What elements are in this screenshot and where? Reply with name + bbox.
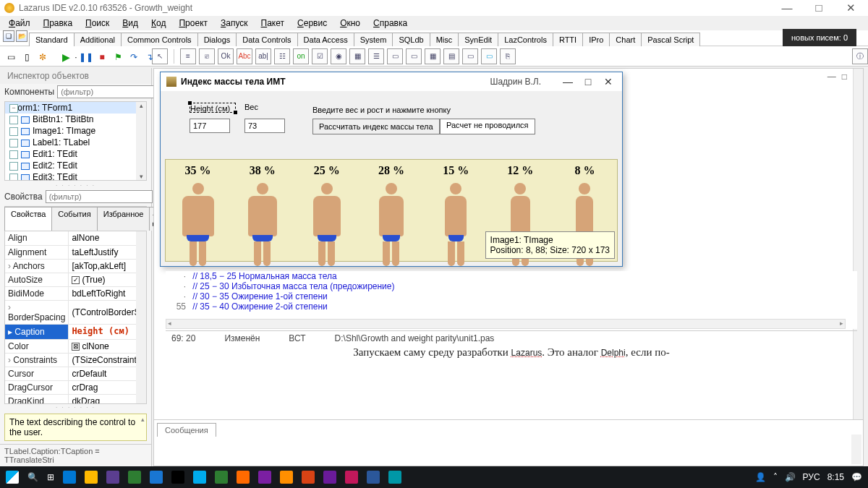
palette-tab[interactable]: RTTI (553, 33, 583, 46)
property-row[interactable]: AlignalNone (5, 231, 147, 245)
form-minimize-button[interactable]: — (560, 76, 576, 87)
taskbar-app[interactable] (128, 471, 141, 484)
tool-icon[interactable]: ⎚ (199, 48, 215, 64)
taskbar-app[interactable] (85, 471, 98, 484)
taskbar-app[interactable] (258, 471, 271, 484)
scrollbar[interactable] (853, 69, 863, 419)
panel-minimize-icon[interactable]: — (827, 72, 836, 82)
component-tabs[interactable]: StandardAdditionalCommon ControlsDialogs… (0, 30, 868, 46)
menu-item[interactable]: Окно (334, 17, 366, 30)
property-row[interactable]: AutoSize✓(True) (5, 273, 147, 286)
palette-tab[interactable]: Common Controls (121, 33, 198, 46)
property-row[interactable]: DragKinddkDrag (5, 394, 147, 404)
maximize-button[interactable]: □ (806, 1, 832, 14)
palette-tab[interactable]: Additional (74, 33, 122, 46)
palette-more-icon[interactable]: ⓘ (852, 48, 868, 64)
menu-item[interactable]: Правка (38, 17, 79, 30)
tool-icon[interactable]: ▭ (406, 48, 422, 64)
menu-item[interactable]: Справка (367, 17, 413, 30)
tree-node[interactable]: Edit3: TEdit (5, 171, 146, 181)
menu-item[interactable]: Запуск (215, 17, 254, 30)
taskbar-app[interactable] (215, 471, 228, 484)
prop-tab[interactable]: Избранное (97, 207, 150, 231)
taskbar-app[interactable] (280, 471, 293, 484)
tool-icon[interactable]: Ok (218, 48, 234, 64)
height-input[interactable] (190, 119, 230, 133)
palette-tab[interactable]: SynEdit (458, 33, 498, 46)
tool-icon[interactable]: ▦ (349, 48, 365, 64)
close-button[interactable]: ✕ (838, 1, 864, 14)
tree-node[interactable]: Edit2: TEdit (5, 160, 146, 171)
notification-toast[interactable]: новых писем: 0 (783, 29, 856, 46)
property-row[interactable]: AlignmenttaLeftJustify (5, 245, 147, 259)
property-row[interactable]: BorderSpacing(TControlBorderSpacing) (5, 300, 147, 324)
menu-item[interactable]: Проект (173, 17, 213, 30)
run-button[interactable]: ▶ (59, 51, 72, 64)
messages-panel[interactable]: Сообщения (154, 419, 863, 466)
tool-icon[interactable]: ▦ (425, 48, 441, 64)
property-row[interactable]: BidiModebdLeftToRight (5, 286, 147, 300)
palette-tab[interactable]: Data Access (297, 33, 354, 46)
taskbar-app[interactable] (367, 471, 380, 484)
property-tabs[interactable]: СвойстваСобытияИзбранное◂ ▸ (4, 206, 147, 231)
tool-icon[interactable]: ▭ (462, 48, 478, 64)
taskbar-app[interactable] (63, 471, 76, 484)
palette-tab[interactable]: LazControls (498, 33, 553, 46)
tray-volume-icon[interactable]: 🔊 (785, 472, 796, 482)
tray-language[interactable]: РУС (803, 472, 820, 482)
scrollbar[interactable] (166, 319, 846, 329)
form-designer[interactable]: Индекс массы тела ИМТ Шадрин В.Л. — □ ✕ … (160, 72, 623, 267)
tray-notifications-icon[interactable]: 💬 (851, 472, 862, 482)
taskbar-app[interactable] (193, 471, 206, 484)
palette-tab[interactable]: Chart (609, 33, 642, 46)
tool-icon[interactable]: ▤ (443, 48, 459, 64)
tree-node[interactable]: Edit1: TEdit (5, 148, 146, 160)
property-row[interactable]: CursorcrDefault (5, 367, 147, 380)
menu-item[interactable]: Пакет (255, 17, 290, 30)
form-maximize-button[interactable]: □ (580, 76, 596, 87)
scrollbar[interactable] (136, 102, 146, 180)
step-over-icon[interactable]: ↷ (127, 51, 140, 64)
taskbar-app[interactable] (237, 471, 250, 484)
search-icon[interactable]: 🔍 (27, 472, 38, 482)
start-button[interactable] (6, 471, 19, 484)
tool-icon[interactable]: Abc (237, 48, 252, 64)
tray-clock[interactable]: 8:15 (827, 472, 844, 482)
tool-icon[interactable]: ☑ (312, 48, 328, 64)
step-into-icon[interactable]: ↴ (143, 51, 156, 64)
palette-tab[interactable]: System (354, 33, 393, 46)
toolbar-icon[interactable]: ▯ (20, 51, 33, 64)
form-close-button[interactable]: ✕ (600, 76, 616, 87)
weight-label[interactable]: Вес (244, 103, 258, 111)
taskbar-app[interactable] (302, 471, 315, 484)
taskbar-app[interactable] (106, 471, 119, 484)
taskbar[interactable]: 🔍 ⊞ 👤 ˄ 🔊 РУС 8:15 💬 (0, 466, 868, 488)
taskbar-app[interactable] (150, 471, 163, 484)
scrollbar[interactable] (851, 435, 861, 464)
palette-tab[interactable]: Dialogs (197, 33, 237, 46)
tree-node[interactable]: Image1: TImage (5, 125, 146, 137)
toolbar-icon[interactable]: ▭ (4, 51, 17, 64)
tool-icon[interactable]: ab| (255, 48, 271, 64)
tray-chevron-icon[interactable]: ˄ (773, 472, 778, 482)
tool-icon[interactable]: ☷ (274, 48, 290, 64)
taskbar-app[interactable] (345, 471, 358, 484)
menu-item[interactable]: Файл (3, 17, 36, 30)
tool-icon[interactable]: ≡ (180, 48, 196, 64)
property-row[interactable]: DragCursorcrDrag (5, 380, 147, 394)
palette-tab[interactable]: Standard (29, 33, 75, 46)
instruction-label[interactable]: Введите вес и рост и нажмите кнопку (312, 106, 451, 114)
menu-item[interactable]: Поиск (80, 17, 115, 30)
property-row[interactable]: ▸ CaptionHeight (см) … (5, 324, 147, 339)
tree-node[interactable]: BitBtn1: TBitBtn (5, 114, 146, 125)
tree-node[interactable]: Label1: TLabel (5, 137, 146, 148)
task-view-icon[interactable]: ⊞ (47, 472, 54, 482)
properties-filter[interactable] (46, 190, 153, 203)
palette-tab[interactable]: Misc (430, 33, 459, 46)
menu-item[interactable]: Код (145, 17, 171, 30)
tool-icon[interactable]: ☰ (368, 48, 384, 64)
palette-tab[interactable]: Data Controls (236, 33, 297, 46)
result-field[interactable]: Расчет не проводился (440, 119, 535, 134)
component-tree[interactable]: Form1: TForm1BitBtn1: TBitBtnImage1: TIm… (4, 101, 147, 181)
pause-button[interactable]: ❚❚ (80, 51, 93, 64)
